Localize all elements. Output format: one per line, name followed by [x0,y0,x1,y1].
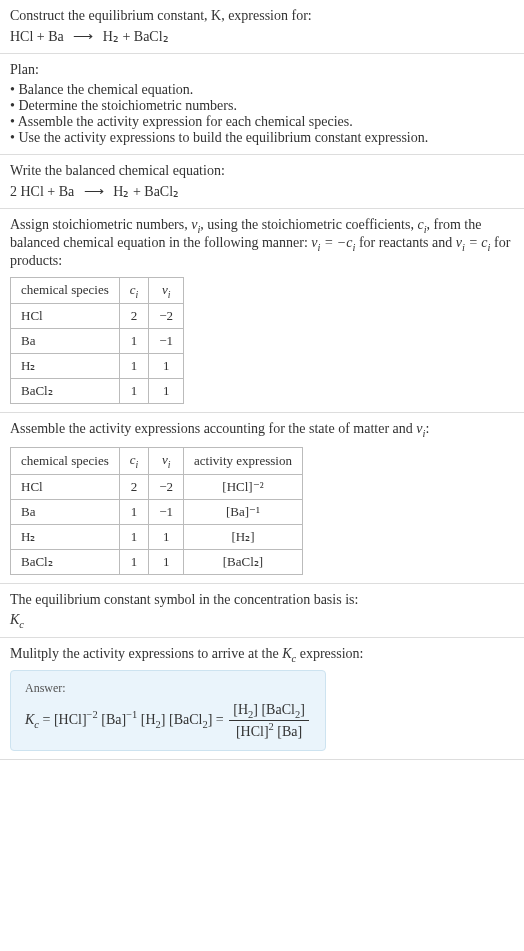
intro-line: Construct the equilibrium constant, K, e… [10,8,312,23]
cell: Ba [11,329,120,354]
balanced-eq-lhs: 2 HCl + Ba [10,184,74,199]
relation-reactants: νi = −ci [311,235,355,250]
cell: BaCl₂ [11,549,120,574]
final-heading-text: Mulitply the activity expressions to arr… [10,646,363,661]
col-ci: ci [119,447,149,474]
cell: [BaCl₂] [184,549,303,574]
balanced-equation: 2 HCl + Ba ⟶ H₂ + BaCl₂ [10,183,514,200]
plan-heading: Plan: [10,62,514,78]
stoich-section: Assign stoichiometric numbers, νi, using… [0,209,524,413]
cell: −1 [149,499,184,524]
plan-list: Balance the chemical equation. Determine… [10,82,514,146]
final-expression: Kc = [HCl]−2 [Ba]−1 [H2] [BaCl2] = [H2] … [25,702,311,739]
fraction-denominator: [HCl]2 [Ba] [229,721,309,740]
intro-eq-rhs: H₂ + BaCl₂ [103,29,169,44]
cell: 1 [149,524,184,549]
cell: [Ba]⁻¹ [184,499,303,524]
plan-section: Plan: Balance the chemical equation. Det… [0,54,524,155]
kc-eq: Kc [25,712,39,727]
cell: 1 [119,354,149,379]
expr-body: = [HCl]−2 [Ba]−1 [H2] [BaCl2] = [43,712,228,727]
cell: 1 [149,379,184,404]
cell: 2 [119,474,149,499]
intro-equation: HCl + Ba ⟶ H₂ + BaCl₂ [10,28,514,45]
cell: 1 [119,499,149,524]
activity-heading: Assemble the activity expressions accoun… [10,421,514,439]
answer-box: Answer: Kc = [HCl]−2 [Ba]−1 [H2] [BaCl2]… [10,670,326,750]
cell: 1 [149,354,184,379]
activity-heading-text: Assemble the activity expressions accoun… [10,421,429,436]
stoich-text-a: Assign stoichiometric numbers, [10,217,191,232]
stoich-table: chemical species ci νi HCl2−2 Ba1−1 H₂11… [10,277,184,405]
activity-section: Assemble the activity expressions accoun… [0,413,524,583]
stoich-text-b: , using the stoichiometric coefficients, [200,217,417,232]
stoich-text-d: for reactants and [355,235,455,250]
table-row: H₂11 [11,354,184,379]
cell: 1 [119,524,149,549]
kc-symbol-section: The equilibrium constant symbol in the c… [0,584,524,639]
final-section: Mulitply the activity expressions to arr… [0,638,524,759]
cell: [HCl]⁻² [184,474,303,499]
intro-eq-lhs: HCl + Ba [10,29,64,44]
cell: 1 [119,549,149,574]
cell: −1 [149,329,184,354]
col-ci: ci [119,277,149,304]
table-row: Ba1−1 [11,329,184,354]
col-species: chemical species [11,277,120,304]
balanced-eq-rhs: H₂ + BaCl₂ [113,184,179,199]
activity-table: chemical species ci νi activity expressi… [10,447,303,575]
table-row: HCl2−2 [11,304,184,329]
relation-products: νi = ci [456,235,491,250]
plan-item: Determine the stoichiometric numbers. [10,98,514,114]
kc-symbol-heading: The equilibrium constant symbol in the c… [10,592,514,608]
cell: HCl [11,474,120,499]
table-row: BaCl₂11[BaCl₂] [11,549,303,574]
c-symbol: ci [417,217,426,232]
intro-section: Construct the equilibrium constant, K, e… [0,0,524,54]
plan-item: Balance the chemical equation. [10,82,514,98]
cell: 1 [149,549,184,574]
plan-item: Assemble the activity expression for eac… [10,114,514,130]
balanced-section: Write the balanced chemical equation: 2 … [0,155,524,209]
cell: BaCl₂ [11,379,120,404]
cell: Ba [11,499,120,524]
cell: HCl [11,304,120,329]
final-heading: Mulitply the activity expressions to arr… [10,646,514,664]
col-nui: νi [149,277,184,304]
cell: H₂ [11,524,120,549]
cell: 1 [119,329,149,354]
table-row: HCl2−2[HCl]⁻² [11,474,303,499]
col-activity: activity expression [184,447,303,474]
arrow-icon: ⟶ [67,28,99,45]
cell: 2 [119,304,149,329]
table-row: BaCl₂11 [11,379,184,404]
arrow-icon: ⟶ [78,183,110,200]
kc-symbol: Kc [10,612,514,630]
table-row: Ba1−1[Ba]⁻¹ [11,499,303,524]
col-species: chemical species [11,447,120,474]
cell: 1 [119,379,149,404]
plan-item: Use the activity expressions to build th… [10,130,514,146]
fraction: [H2] [BaCl2] [HCl]2 [Ba] [229,702,309,739]
cell: −2 [149,474,184,499]
intro-text: Construct the equilibrium constant, K, e… [10,8,514,24]
balanced-heading: Write the balanced chemical equation: [10,163,514,179]
answer-label: Answer: [25,681,311,696]
table-header-row: chemical species ci νi activity expressi… [11,447,303,474]
stoich-heading: Assign stoichiometric numbers, νi, using… [10,217,514,269]
col-nui: νi [149,447,184,474]
cell: −2 [149,304,184,329]
cell: [H₂] [184,524,303,549]
table-row: H₂11[H₂] [11,524,303,549]
nu-symbol: νi [191,217,200,232]
table-header-row: chemical species ci νi [11,277,184,304]
fraction-numerator: [H2] [BaCl2] [229,702,309,721]
cell: H₂ [11,354,120,379]
